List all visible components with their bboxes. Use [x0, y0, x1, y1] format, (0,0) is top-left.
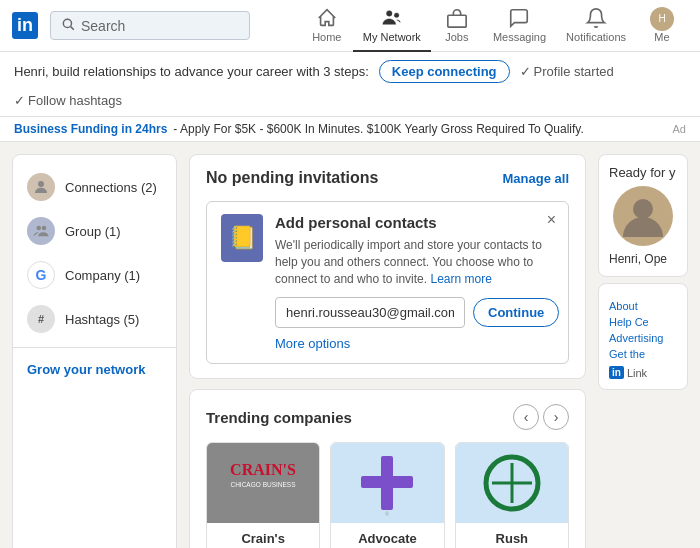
hashtags-label: Hashtags (5): [65, 312, 162, 327]
svg-point-3: [394, 12, 399, 17]
nav-me-label: Me: [654, 31, 669, 43]
help-link[interactable]: Help Ce: [609, 316, 649, 328]
sidebar: Connections (2) Group (1) G Company (1) …: [12, 154, 177, 548]
learn-more-link[interactable]: Learn more: [430, 272, 491, 286]
steps-bar: Henri, build relationships to advance yo…: [0, 52, 700, 117]
nav-item-home[interactable]: Home: [301, 0, 353, 52]
advocate-info: Advocate Health Care 60,541 Followers Fo…: [331, 523, 443, 548]
ad-link[interactable]: Business Funding in 24hrs: [14, 122, 167, 136]
advertising-link[interactable]: Advertising: [609, 332, 663, 344]
ad-bar: Business Funding in 24hrs - Apply For $5…: [0, 117, 700, 142]
invitations-title: No pending invitations: [206, 169, 378, 187]
group-icon: [27, 217, 55, 245]
messaging-icon: [508, 7, 530, 29]
search-placeholder-text: Search: [81, 18, 125, 34]
linkedin-link-text: Link: [627, 367, 647, 379]
search-icon: [61, 17, 75, 34]
manage-all-link[interactable]: Manage all: [503, 171, 569, 186]
nav-items: Home My Network Jobs Messaging Notificat…: [301, 0, 688, 52]
ready-text: Ready for y: [609, 165, 677, 180]
navbar: in Search Home My Network Jobs Messaging: [0, 0, 700, 52]
close-icon[interactable]: ×: [547, 212, 556, 228]
advocate-name: Advocate Health Care: [339, 531, 435, 548]
advocate-logo-svg: ®: [347, 448, 427, 518]
nav-item-messaging[interactable]: Messaging: [483, 0, 556, 52]
svg-text:®: ®: [386, 511, 390, 517]
profile-started-step: ✓ Profile started: [520, 64, 614, 79]
nav-item-my-network[interactable]: My Network: [353, 0, 431, 52]
crains-name: Crain's Chicago Business: [215, 531, 311, 548]
svg-text:CRAIN'S: CRAIN'S: [230, 461, 296, 478]
crains-logo-svg: CRAIN'S CHICAGO BUSINESS: [218, 453, 308, 513]
right-profile-card: Ready for y Henri, Ope: [598, 154, 688, 277]
ad-body: - Apply For $5K - $600K In Minutes. $100…: [173, 122, 583, 136]
nav-my-network-label: My Network: [363, 31, 421, 43]
trending-nav: ‹ ›: [513, 404, 569, 430]
main-content: Connections (2) Group (1) G Company (1) …: [0, 142, 700, 548]
add-contacts-description: We'll periodically import and store your…: [275, 237, 559, 287]
my-network-icon: [381, 7, 403, 29]
rush-logo-svg: [472, 448, 552, 518]
avatar: H: [650, 7, 674, 31]
right-links-card: About Help Ce Advertising Get the in Lin…: [598, 283, 688, 390]
nav-item-me[interactable]: H Me: [636, 0, 688, 52]
jobs-icon: [446, 7, 468, 29]
svg-point-7: [42, 226, 47, 231]
steps-bar-prefix: Henri, build relationships to advance yo…: [14, 64, 369, 79]
sidebar-item-connections[interactable]: Connections (2): [13, 165, 176, 209]
check-icon-profile: ✓: [520, 64, 531, 79]
svg-point-5: [38, 181, 44, 187]
add-contacts-content: Add personal contacts We'll periodically…: [275, 214, 559, 351]
more-options-link[interactable]: More options: [275, 336, 350, 351]
search-bar[interactable]: Search: [50, 11, 250, 40]
notifications-icon: [585, 7, 607, 29]
nav-messaging-label: Messaging: [493, 31, 546, 43]
trending-companies-card: Trending companies ‹ › CRAIN'S CHICAGO B…: [189, 389, 586, 548]
nav-item-jobs[interactable]: Jobs: [431, 0, 483, 52]
about-link[interactable]: About: [609, 300, 638, 312]
svg-point-17: [633, 199, 653, 219]
hashtags-icon: #: [27, 305, 55, 333]
email-input[interactable]: [275, 297, 465, 328]
linkedin-logo[interactable]: in: [12, 12, 38, 39]
sidebar-item-company[interactable]: G Company (1): [13, 253, 176, 297]
trending-prev-button[interactable]: ‹: [513, 404, 539, 430]
linkedin-footer-logo: in Link: [609, 366, 677, 379]
add-contacts-box: × 📒 Add personal contacts We'll periodic…: [206, 201, 569, 364]
add-contacts-title: Add personal contacts: [275, 214, 559, 231]
sidebar-item-group[interactable]: Group (1): [13, 209, 176, 253]
add-contacts-inner: 📒 Add personal contacts We'll periodical…: [221, 214, 554, 351]
sidebar-divider: [13, 347, 176, 348]
check-icon-hashtags: ✓: [14, 93, 25, 108]
advocate-logo-bg: ®: [331, 443, 443, 523]
contacts-book-icon: 📒: [221, 214, 263, 262]
center-panel: No pending invitations Manage all × 📒 Ad…: [189, 154, 586, 548]
grow-network-link[interactable]: Grow your network: [13, 354, 176, 385]
company-label: Company (1): [65, 268, 162, 283]
trending-title: Trending companies: [206, 409, 352, 426]
svg-point-6: [37, 226, 42, 231]
right-panel: Ready for y Henri, Ope About Help Ce Adv…: [598, 154, 688, 548]
company-icon: G: [27, 261, 55, 289]
crains-info: Crain's Chicago Business 23,182 Follower…: [207, 523, 319, 548]
nav-notifications-label: Notifications: [566, 31, 626, 43]
svg-rect-13: [361, 476, 413, 488]
right-links: About Help Ce Advertising Get the: [609, 300, 677, 360]
get-app-link[interactable]: Get the: [609, 348, 645, 360]
invitations-header: No pending invitations Manage all: [206, 169, 569, 187]
svg-text:CHICAGO BUSINESS: CHICAGO BUSINESS: [231, 481, 297, 488]
company-card-crains: CRAIN'S CHICAGO BUSINESS Crain's Chicago…: [206, 442, 320, 548]
nav-item-notifications[interactable]: Notifications: [556, 0, 636, 52]
trending-next-button[interactable]: ›: [543, 404, 569, 430]
continue-button[interactable]: Continue: [473, 298, 559, 327]
email-row: Continue: [275, 297, 559, 328]
rush-logo-bg: [456, 443, 568, 523]
linkedin-logo-small: in: [609, 366, 624, 379]
nav-jobs-label: Jobs: [445, 31, 468, 43]
home-icon: [316, 7, 338, 29]
rush-info: Rush University Medical Center 43,365 Fo…: [456, 523, 568, 548]
keep-connecting-link[interactable]: Keep connecting: [379, 60, 510, 83]
company-card-advocate: ® Advocate Health Care 60,541 Followers …: [330, 442, 444, 548]
company-card-rush: Rush University Medical Center 43,365 Fo…: [455, 442, 569, 548]
sidebar-item-hashtags[interactable]: # Hashtags (5): [13, 297, 176, 341]
